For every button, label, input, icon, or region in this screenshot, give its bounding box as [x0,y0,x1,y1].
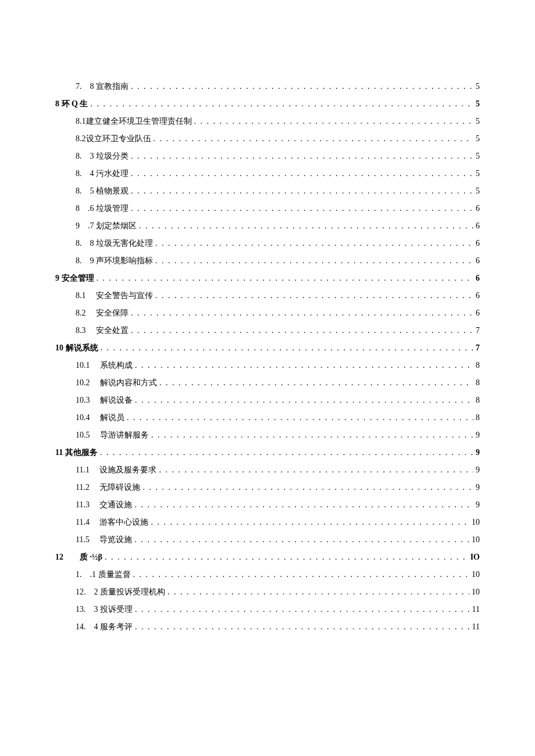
toc-entry: 8 .6 垃圾管理. . . . . . . . . . . . . . . .… [76,203,480,214]
toc-entry-title: 导览设施 [90,535,133,545]
toc-dots: . . . . . . . . . . . . . . . . . . . . … [155,239,473,248]
toc-entry-number: 8. [76,187,82,196]
toc-dots: . . . . . . . . . . . . . . . . . . . . … [155,291,473,300]
toc-entry-page: 6 [476,274,480,283]
toc-entry-number: 8. [76,169,82,178]
toc-entry-title: 4 服务考评 [86,622,133,632]
toc-entry-page: 7 [476,326,480,335]
toc-entry-title: 设立环卫专业队伍 [86,134,151,144]
toc-entry-number: 11.2 [76,483,90,492]
toc-entry: 8.2 设立环卫专业队伍. . . . . . . . . . . . . . … [76,134,480,144]
toc-entry-number: 8.3 [76,326,86,335]
toc-entry-page: 10 [472,518,480,527]
toc-entry-page: 6 [476,309,480,318]
toc-entry: 1. .1 质量监督. . . . . . . . . . . . . . . … [76,569,480,580]
toc-entry-number: 11.4 [76,518,90,527]
toc-entry-page: 8 [476,396,480,405]
toc-entry: 12. 2 质量投诉受理机构. . . . . . . . . . . . . … [76,587,480,597]
toc-entry-number: 8 环 Q 生 [55,99,88,109]
toc-dots: . . . . . . . . . . . . . . . . . . . . … [154,134,474,144]
toc-entry-number: 10.3 [76,396,90,405]
toc-entry-number: 14. [76,622,86,632]
toc-entry-page: 5 [476,187,480,196]
toc-entry: 8. 5 植物景观. . . . . . . . . . . . . . . .… [76,186,480,196]
toc-entry-title: 设施及服务要求 [90,465,157,475]
toc-entry-page: 9 [476,448,480,457]
toc-entry: 12 质 ·½β. . . . . . . . . . . . . . . . … [55,552,480,562]
toc-dots: . . . . . . . . . . . . . . . . . . . . … [151,518,469,527]
toc-dots: . . . . . . . . . . . . . . . . . . . . … [135,396,473,405]
toc-entry-title: 系统构成 [90,360,133,371]
toc-entry: 11.4 游客中心设施. . . . . . . . . . . . . . .… [76,517,480,528]
toc-entry: 10 解说系统. . . . . . . . . . . . . . . . .… [55,343,480,353]
toc-entry: 14. 4 服务考评. . . . . . . . . . . . . . . … [76,622,480,632]
toc-dots: . . . . . . . . . . . . . . . . . . . . … [155,256,473,266]
toc-entry: 8. 3 垃圾分类. . . . . . . . . . . . . . . .… [76,151,480,162]
toc-dots: . . . . . . . . . . . . . . . . . . . . … [151,431,473,440]
toc-entry-page: 10 [472,535,480,544]
toc-entry-title: 解说内容和方式 [90,378,158,388]
toc-dots: . . . . . . . . . . . . . . . . . . . . … [131,187,473,196]
toc-entry-page: 6 [476,291,480,300]
toc-entry: 8.2 安全保障. . . . . . . . . . . . . . . . … [76,308,480,318]
toc-entry: 8.3 安全处置. . . . . . . . . . . . . . . . … [76,325,480,336]
toc-dots: . . . . . . . . . . . . . . . . . . . . … [131,309,473,318]
toc-entry-number: 9 [76,221,80,231]
toc-dots: . . . . . . . . . . . . . . . . . . . . … [134,500,473,510]
toc-entry-title: 解说设备 [90,395,133,406]
toc-entry-page: 9 [476,500,480,510]
toc-entry-page: 11 [472,622,480,632]
toc-entry: 8.1 建立健全环境卫生管理责任制. . . . . . . . . . . .… [76,116,480,127]
toc-entry-page: 5 [476,134,480,144]
toc-entry: 11.1 设施及服务要求. . . . . . . . . . . . . . … [76,465,480,475]
toc-entry-page: 8 [476,413,480,422]
toc-dots: . . . . . . . . . . . . . . . . . . . . … [142,483,473,492]
toc-dots: . . . . . . . . . . . . . . . . . . . . … [167,587,469,597]
toc-entry: 10.3 解说设备. . . . . . . . . . . . . . . .… [76,395,480,406]
toc-entry: 8. 8 垃圾无害化处理. . . . . . . . . . . . . . … [76,238,480,249]
toc-dots: . . . . . . . . . . . . . . . . . . . . … [131,326,473,335]
toc-dots: . . . . . . . . . . . . . . . . . . . . … [159,378,473,388]
toc-entry-page: 8 [476,361,480,370]
toc-entry: 9 安全管理. . . . . . . . . . . . . . . . . … [55,273,480,284]
toc-entry: 10.2 解说内容和方式. . . . . . . . . . . . . . … [76,378,480,388]
toc-dots: . . . . . . . . . . . . . . . . . . . . … [134,535,469,544]
toc-entry-page: 9 [476,483,480,492]
toc-entry-number: 10.5 [76,431,90,440]
toc-entry-title: 安全保障 [86,308,129,318]
toc-dots: . . . . . . . . . . . . . . . . . . . . … [127,413,473,422]
toc-dots: . . . . . . . . . . . . . . . . . . . . … [133,570,470,579]
toc-dots: . . . . . . . . . . . . . . . . . . . . … [131,152,473,161]
toc-entry-page: 6 [476,221,480,231]
toc-entry-number: 8.2 [76,134,86,144]
toc-entry: 10.1 系统构成. . . . . . . . . . . . . . . .… [76,360,480,371]
toc-entry-title: 9 声环境影响指标 [82,256,154,266]
toc-entry-title: 游客中心设施 [90,517,149,528]
toc-dots: . . . . . . . . . . . . . . . . . . . . … [131,204,473,213]
toc-dots: . . . . . . . . . . . . . . . . . . . . … [131,82,473,91]
toc-entry-title: .6 垃圾管理 [80,203,129,214]
toc-entry: 9 .7 划定禁烟区. . . . . . . . . . . . . . . … [76,221,480,231]
toc-entry-page: 6 [476,239,480,248]
toc-entry-page: 9 [476,431,480,440]
toc-entry-number: 10.1 [76,361,90,370]
toc-entry-title: 8 垃圾无害化处理 [82,238,154,249]
toc-entry-number: 7. [76,82,82,91]
toc-entry: 13. 3 投诉受理. . . . . . . . . . . . . . . … [76,604,480,615]
toc-entry-number: 8.1 [76,291,86,300]
toc-entry-page: 5 [476,169,480,178]
toc-dots: . . . . . . . . . . . . . . . . . . . . … [101,343,474,353]
toc-entry-page: 10 [472,587,480,597]
toc-entry-title: 交通设施 [90,500,133,510]
toc-entry-page: 6 [476,256,480,266]
toc-entry-number: 9 安全管理 [55,273,94,284]
table-of-contents: 7. 8 宣教指南. . . . . . . . . . . . . . . .… [55,81,480,632]
toc-entry: 7. 8 宣教指南. . . . . . . . . . . . . . . .… [76,81,480,92]
toc-dots: . . . . . . . . . . . . . . . . . . . . … [139,221,473,231]
toc-entry-number: 12. [76,587,86,597]
toc-entry-title: 5 植物景观 [82,186,129,196]
toc-entry-number: 13. [76,605,86,614]
toc-entry-page: 8 [476,378,480,388]
toc-entry-title: 8 宣教指南 [82,81,129,92]
toc-entry-number: 8.1 [76,117,86,126]
